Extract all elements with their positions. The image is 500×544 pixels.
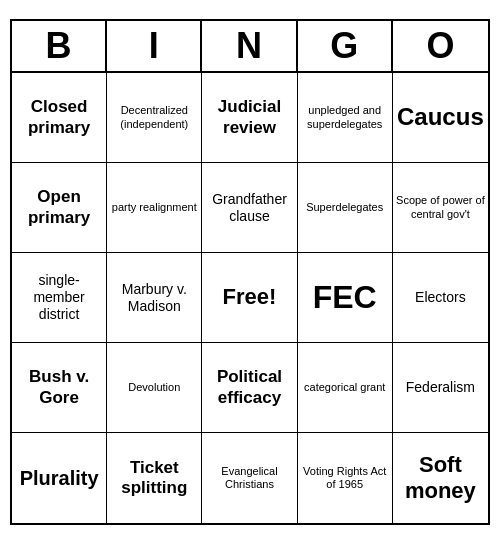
bingo-cell: single-member district	[12, 253, 107, 343]
bingo-header: BINGO	[12, 21, 488, 73]
bingo-cell: Superdelegates	[298, 163, 393, 253]
bingo-cell: FEC	[298, 253, 393, 343]
bingo-cell: Evangelical Christians	[202, 433, 297, 523]
bingo-cell: Free!	[202, 253, 297, 343]
bingo-cell: Ticket splitting	[107, 433, 202, 523]
bingo-cell: Voting Rights Act of 1965	[298, 433, 393, 523]
bingo-cell: Decentralized (independent)	[107, 73, 202, 163]
bingo-cell: Scope of power of central gov't	[393, 163, 488, 253]
bingo-cell: Open primary	[12, 163, 107, 253]
bingo-cell: Closed primary	[12, 73, 107, 163]
bingo-cell: Electors	[393, 253, 488, 343]
header-letter: I	[107, 21, 202, 71]
bingo-cell: Federalism	[393, 343, 488, 433]
bingo-card: BINGO Closed primaryDecentralized (indep…	[10, 19, 490, 525]
bingo-cell: categorical grant	[298, 343, 393, 433]
bingo-cell: Plurality	[12, 433, 107, 523]
header-letter: N	[202, 21, 297, 71]
bingo-cell: Marbury v. Madison	[107, 253, 202, 343]
bingo-cell: Judicial review	[202, 73, 297, 163]
bingo-cell: Caucus	[393, 73, 488, 163]
header-letter: O	[393, 21, 488, 71]
bingo-cell: Political efficacy	[202, 343, 297, 433]
bingo-cell: unpledged and superdelegates	[298, 73, 393, 163]
bingo-grid: Closed primaryDecentralized (independent…	[12, 73, 488, 523]
bingo-cell: Grandfather clause	[202, 163, 297, 253]
header-letter: G	[298, 21, 393, 71]
header-letter: B	[12, 21, 107, 71]
bingo-cell: Bush v. Gore	[12, 343, 107, 433]
bingo-cell: Devolution	[107, 343, 202, 433]
bingo-cell: party realignment	[107, 163, 202, 253]
bingo-cell: Soft money	[393, 433, 488, 523]
